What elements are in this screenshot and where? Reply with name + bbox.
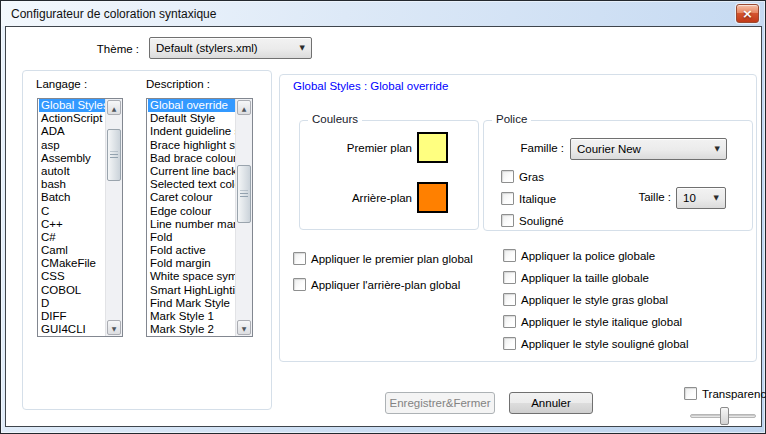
font-size-dropdown[interactable]: 10 ▼ (676, 187, 726, 209)
list-item[interactable]: C (39, 205, 105, 218)
italic-checkbox[interactable] (501, 192, 514, 205)
foreground-color-swatch[interactable] (417, 132, 448, 163)
transparency-slider-thumb[interactable] (720, 407, 729, 425)
checkbox-label: Appliquer la police globale (521, 250, 655, 262)
style-groupbox: Global Styles : Global override Couleurs… (279, 74, 757, 362)
close-button[interactable]: × (736, 4, 759, 23)
chevron-down-icon: ▼ (715, 145, 720, 153)
foreground-label: Premier plan (308, 142, 412, 154)
checkbox[interactable] (293, 252, 306, 265)
scroll-down-button[interactable]: ▼ (237, 320, 251, 335)
list-item[interactable]: Brace highlight style (148, 139, 235, 152)
language-listbox[interactable]: Global StylesActionScriptADAaspAssemblya… (37, 98, 123, 337)
scroll-up-button[interactable]: ▲ (107, 100, 121, 115)
list-item[interactable]: Find Mark Style (148, 297, 235, 310)
save-close-button[interactable]: Enregistrer&Fermer (385, 392, 495, 414)
apply-left-group: Appliquer le premier plan globalApplique… (293, 252, 473, 291)
list-item[interactable]: Mark Style 1 (148, 310, 235, 323)
list-item[interactable]: CMakeFile (39, 257, 105, 270)
list-item[interactable]: ADA (39, 125, 105, 138)
background-color-swatch[interactable] (417, 182, 448, 213)
list-item[interactable]: GUI4CLI (39, 323, 105, 336)
scroll-up-icon: ▲ (112, 105, 117, 112)
checkbox[interactable] (293, 278, 306, 291)
apply-checkbox-row[interactable]: Appliquer le style souligné global (503, 337, 689, 350)
list-item[interactable]: Selected text colour (148, 178, 235, 191)
chevron-down-icon: ▼ (300, 44, 305, 52)
apply-checkbox-row[interactable]: Appliquer la taille globale (503, 271, 689, 284)
list-item[interactable]: Caml (39, 244, 105, 257)
description-listbox[interactable]: Global overrideDefault StyleIndent guide… (146, 98, 253, 337)
list-item[interactable]: C++ (39, 218, 105, 231)
list-item[interactable]: DIFF (39, 310, 105, 323)
cancel-button[interactable]: Annuler (509, 392, 593, 414)
scrollbar-thumb[interactable] (107, 129, 121, 181)
theme-dropdown[interactable]: Default (stylers.xml) ▼ (149, 37, 312, 59)
grip-icon (110, 152, 118, 159)
font-size-label: Taille : (604, 191, 671, 203)
checkbox[interactable] (503, 249, 516, 262)
font-family-dropdown[interactable]: Courier New ▼ (570, 138, 727, 160)
description-label: Description : (146, 78, 210, 90)
window-title: Configurateur de coloration syntaxique (11, 7, 216, 21)
list-item[interactable]: White space symbol (148, 270, 235, 283)
checkbox[interactable] (503, 315, 516, 328)
list-item[interactable]: ActionScript (39, 112, 105, 125)
apply-checkbox-row[interactable]: Appliquer l'arrière-plan global (293, 278, 473, 291)
list-item[interactable]: Smart HighLighting (148, 284, 235, 297)
list-item[interactable]: Fold (148, 231, 235, 244)
list-item[interactable]: Mark Style 2 (148, 323, 235, 336)
checkbox[interactable] (503, 271, 516, 284)
checkbox-label: Appliquer la taille globale (521, 272, 649, 284)
italic-checkbox-row[interactable]: Italique (501, 192, 556, 205)
checkbox[interactable] (503, 337, 516, 350)
list-item[interactable]: C# (39, 231, 105, 244)
list-item[interactable]: Fold margin (148, 257, 235, 270)
bold-label: Gras (519, 171, 544, 183)
close-icon: × (742, 6, 753, 21)
scroll-down-button[interactable]: ▼ (107, 320, 121, 335)
transparency-checkbox-row[interactable]: Transparence (684, 387, 766, 400)
language-scrollbar[interactable]: ▲ ▼ (105, 99, 122, 336)
apply-checkbox-row[interactable]: Appliquer la police globale (503, 249, 689, 262)
list-item[interactable]: Indent guideline style (148, 125, 235, 138)
list-item[interactable]: autoIt (39, 165, 105, 178)
list-item[interactable]: Default Style (148, 112, 235, 125)
list-item[interactable]: Batch (39, 191, 105, 204)
apply-checkbox-row[interactable]: Appliquer le style italique global (503, 315, 689, 328)
bold-checkbox-row[interactable]: Gras (501, 170, 544, 183)
underline-label: Souligné (519, 215, 564, 227)
list-item[interactable]: Bad brace colour (148, 152, 235, 165)
list-item[interactable]: Line number margin (148, 218, 235, 231)
list-item[interactable]: COBOL (39, 284, 105, 297)
underline-checkbox[interactable] (501, 214, 514, 227)
list-item[interactable]: Fold active (148, 244, 235, 257)
dialog-body: Thème : Default (stylers.xml) ▼ Langage … (5, 26, 762, 427)
apply-checkbox-row[interactable]: Appliquer le premier plan global (293, 252, 473, 265)
underline-checkbox-row[interactable]: Souligné (501, 214, 564, 227)
list-item[interactable]: CSS (39, 270, 105, 283)
list-item[interactable]: Caret colour (148, 191, 235, 204)
list-item[interactable]: D (39, 297, 105, 310)
theme-label: Thème : (42, 43, 139, 55)
grip-icon (240, 191, 248, 198)
checkbox[interactable] (503, 293, 516, 306)
list-item[interactable]: Assembly (39, 152, 105, 165)
description-list: Global overrideDefault StyleIndent guide… (148, 99, 235, 336)
scroll-up-button[interactable]: ▲ (237, 100, 251, 115)
list-item[interactable]: Global override (148, 99, 235, 112)
scrollbar-thumb[interactable] (237, 165, 251, 223)
list-item[interactable]: Global Styles (39, 99, 105, 112)
scroll-down-icon: ▼ (112, 325, 117, 332)
scroll-down-icon: ▼ (242, 325, 247, 332)
description-scrollbar[interactable]: ▲ ▼ (235, 99, 252, 336)
list-item[interactable]: bash (39, 178, 105, 191)
list-item[interactable]: Edge colour (148, 205, 235, 218)
list-item[interactable]: asp (39, 139, 105, 152)
background-label: Arrière-plan (308, 192, 412, 204)
list-item[interactable]: Current line background colour (148, 165, 235, 178)
apply-checkbox-row[interactable]: Appliquer le style gras global (503, 293, 689, 306)
bold-checkbox[interactable] (501, 170, 514, 183)
transparency-checkbox[interactable] (684, 387, 697, 400)
theme-dropdown-value: Default (stylers.xml) (156, 42, 258, 54)
